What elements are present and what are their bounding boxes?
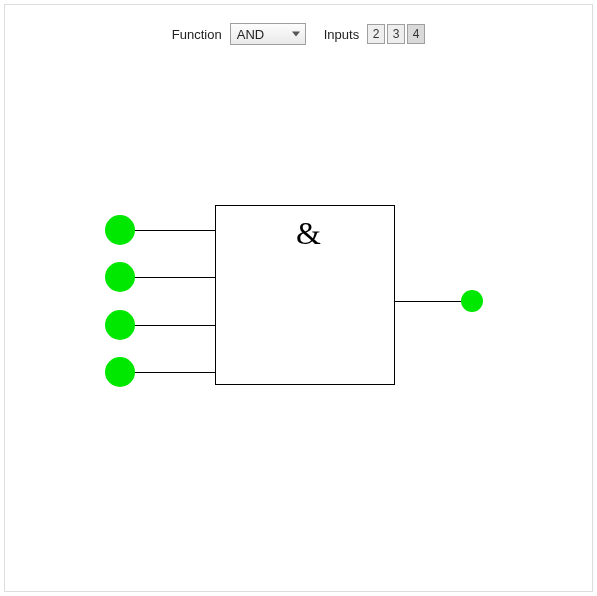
app-frame: Function AND Inputs 2 3 4 & — [0, 0, 597, 596]
input-node[interactable] — [105, 310, 135, 340]
gate-symbol: & — [296, 217, 321, 249]
output-node[interactable] — [461, 290, 483, 312]
function-label: Function — [172, 27, 222, 42]
inputs-option-4[interactable]: 4 — [407, 24, 425, 44]
function-select-value: AND — [237, 27, 264, 42]
function-select[interactable]: AND — [230, 23, 306, 45]
input-node[interactable] — [105, 215, 135, 245]
diagram-canvas: & — [5, 55, 592, 591]
inputs-option-2[interactable]: 2 — [367, 24, 385, 44]
panel: Function AND Inputs 2 3 4 & — [4, 4, 593, 592]
toolbar: Function AND Inputs 2 3 4 — [5, 23, 592, 45]
inputs-option-3[interactable]: 3 — [387, 24, 405, 44]
input-node[interactable] — [105, 357, 135, 387]
input-node[interactable] — [105, 262, 135, 292]
chevron-down-icon — [292, 32, 300, 37]
inputs-label: Inputs — [324, 27, 359, 42]
inputs-segment: 2 3 4 — [367, 24, 425, 44]
